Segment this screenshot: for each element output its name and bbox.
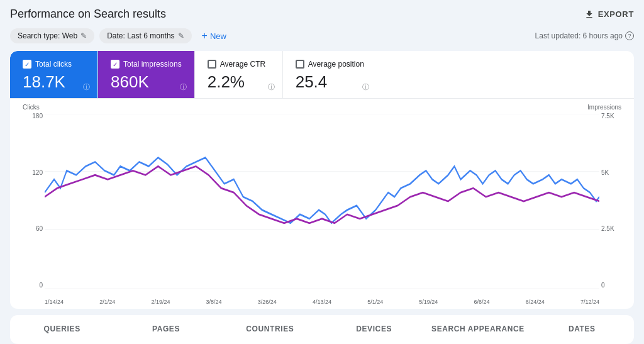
left-y-120: 120 bbox=[32, 169, 43, 176]
x-label-4: 3/26/24 bbox=[258, 299, 277, 305]
right-y-5k: 5K bbox=[601, 169, 609, 176]
metric-spacer bbox=[377, 51, 634, 98]
page-title: Performance on Search results bbox=[10, 8, 166, 21]
chart-left-title: Clicks bbox=[23, 104, 40, 111]
filters-left: Search type: Web ✎ Date: Last 6 months ✎… bbox=[10, 27, 231, 45]
right-y-75k: 7.5K bbox=[601, 113, 614, 119]
chart-area: Clicks Impressions 180 120 60 0 7.5K 5K … bbox=[10, 99, 634, 309]
metric-value-impressions: 860K bbox=[111, 72, 182, 92]
metric-label-position: Average position bbox=[308, 60, 364, 69]
tab-dates-label: DATES bbox=[569, 325, 596, 333]
page-container: Performance on Search results EXPORT Sea… bbox=[0, 0, 644, 344]
x-label-5: 4/13/24 bbox=[313, 299, 331, 305]
metric-checkbox-position[interactable] bbox=[296, 60, 304, 69]
x-label-10: 7/12/24 bbox=[580, 299, 599, 305]
metric-average-ctr[interactable]: Average CTR 2.2% ⓘ bbox=[195, 51, 283, 98]
tab-devices-label: DEVICES bbox=[356, 325, 392, 333]
edit-search-type-icon: ✎ bbox=[80, 31, 87, 40]
metric-value-clicks: 18.7K bbox=[23, 72, 85, 92]
metric-label-row-ctr: Average CTR bbox=[208, 60, 270, 69]
export-button[interactable]: EXPORT bbox=[584, 9, 634, 19]
metric-total-impressions[interactable]: Total impressions 860K ⓘ bbox=[98, 51, 195, 98]
metric-value-position: 25.4 bbox=[296, 72, 364, 92]
right-y-25k: 2.5K bbox=[601, 225, 614, 232]
metric-checkbox-ctr[interactable] bbox=[208, 60, 216, 69]
help-ctr-icon[interactable]: ⓘ bbox=[268, 82, 275, 92]
new-label: New bbox=[210, 31, 226, 41]
date-filter[interactable]: Date: Last 6 months ✎ bbox=[99, 28, 191, 43]
tab-pages-label: PAGES bbox=[152, 325, 180, 333]
metric-label-row-position: Average position bbox=[296, 60, 364, 69]
metric-label-row-impressions: Total impressions bbox=[111, 60, 182, 69]
help-icon[interactable]: ? bbox=[625, 31, 634, 40]
x-label-8: 6/6/24 bbox=[474, 299, 490, 305]
x-axis-labels: 1/14/24 2/1/24 2/19/24 3/8/24 3/26/24 4/… bbox=[45, 299, 599, 305]
header-row: Performance on Search results EXPORT bbox=[10, 8, 634, 21]
tab-queries[interactable]: QUERIES bbox=[10, 315, 114, 344]
help-position-icon[interactable]: ⓘ bbox=[362, 82, 369, 92]
export-icon bbox=[584, 9, 594, 19]
x-label-6: 5/1/24 bbox=[367, 299, 383, 305]
chart-svg bbox=[45, 114, 599, 289]
tab-search-appearance[interactable]: SEARCH APPEARANCE bbox=[426, 315, 530, 344]
tab-dates[interactable]: DATES bbox=[530, 315, 634, 344]
right-y-axis: 7.5K 5K 2.5K 0 bbox=[601, 113, 626, 289]
x-label-7: 5/19/24 bbox=[419, 299, 438, 305]
metrics-row: Total clicks 18.7K ⓘ Total impressions 8… bbox=[10, 51, 634, 99]
tab-search-appearance-label: SEARCH APPEARANCE bbox=[431, 325, 525, 333]
search-type-label: Search type: Web bbox=[18, 31, 77, 40]
chart-right-title: Impressions bbox=[587, 104, 621, 111]
metric-label-clicks: Total clicks bbox=[35, 60, 72, 69]
tab-devices[interactable]: DEVICES bbox=[322, 315, 426, 344]
x-label-3: 3/8/24 bbox=[206, 299, 222, 305]
tab-countries-label: COUNTRIES bbox=[246, 325, 294, 333]
main-card: Total clicks 18.7K ⓘ Total impressions 8… bbox=[10, 51, 634, 309]
tab-pages[interactable]: PAGES bbox=[114, 315, 218, 344]
x-label-1: 2/1/24 bbox=[99, 299, 115, 305]
last-updated-text: Last updated: 6 hours ago bbox=[535, 31, 623, 40]
x-label-2: 2/19/24 bbox=[151, 299, 170, 305]
tab-queries-label: QUERIES bbox=[44, 325, 80, 333]
metric-checkbox-impressions[interactable] bbox=[111, 60, 119, 69]
metric-value-ctr: 2.2% bbox=[208, 72, 270, 92]
metric-label-ctr: Average CTR bbox=[220, 60, 265, 69]
left-y-180: 180 bbox=[32, 113, 43, 119]
metric-average-position[interactable]: Average position 25.4 ⓘ bbox=[283, 51, 377, 98]
metric-checkbox-clicks[interactable] bbox=[23, 60, 31, 69]
tab-countries[interactable]: COUNTRIES bbox=[218, 315, 322, 344]
edit-date-icon: ✎ bbox=[178, 31, 184, 40]
help-impressions-icon[interactable]: ⓘ bbox=[180, 82, 187, 92]
new-filter-button[interactable]: + New bbox=[197, 27, 231, 45]
plus-icon: + bbox=[202, 30, 208, 42]
x-label-9: 6/24/24 bbox=[526, 299, 545, 305]
left-y-0: 0 bbox=[39, 282, 43, 289]
metric-label-impressions: Total impressions bbox=[123, 60, 182, 69]
last-updated: Last updated: 6 hours ago ? bbox=[535, 31, 634, 40]
help-clicks-icon[interactable]: ⓘ bbox=[83, 82, 90, 92]
metric-label-row-clicks: Total clicks bbox=[23, 60, 85, 69]
right-y-0: 0 bbox=[601, 282, 605, 289]
filters-row: Search type: Web ✎ Date: Last 6 months ✎… bbox=[10, 27, 634, 45]
metric-total-clicks[interactable]: Total clicks 18.7K ⓘ bbox=[10, 51, 98, 98]
left-y-60: 60 bbox=[36, 225, 43, 232]
date-label: Date: Last 6 months bbox=[107, 31, 174, 40]
left-y-axis: 180 120 60 0 bbox=[18, 113, 43, 289]
search-type-filter[interactable]: Search type: Web ✎ bbox=[10, 28, 94, 43]
bottom-tabs: QUERIES PAGES COUNTRIES DEVICES SEARCH A… bbox=[10, 315, 634, 344]
x-label-0: 1/14/24 bbox=[45, 299, 64, 305]
export-label: EXPORT bbox=[598, 9, 634, 19]
chart-svg-container bbox=[45, 114, 599, 289]
